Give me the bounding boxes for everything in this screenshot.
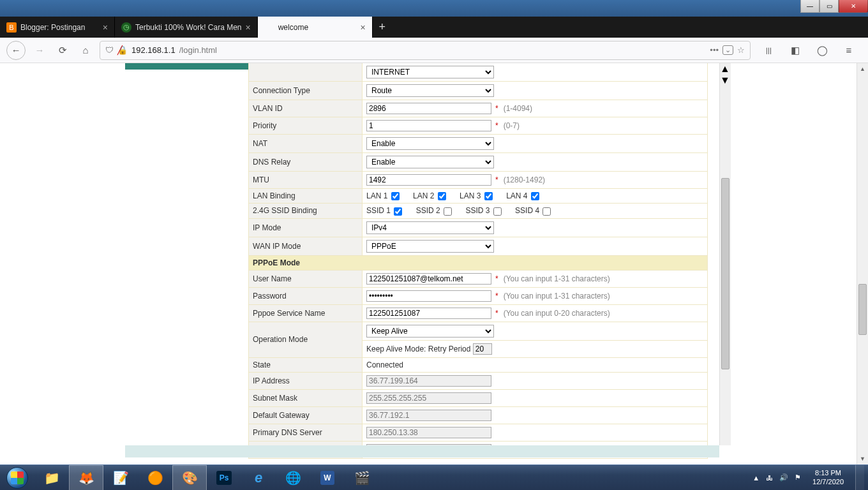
label-service-type <box>249 63 363 82</box>
bookmark-star-icon[interactable]: ☆ <box>737 45 745 55</box>
connection-type-select[interactable]: Route <box>366 84 494 97</box>
address-bar[interactable]: 🛡 🔒╱ 192.168.1.1/login.html ••• ⌄ ☆ <box>100 41 751 60</box>
close-icon[interactable]: × <box>246 22 251 33</box>
taskbar-ie-icon[interactable]: e <box>241 465 276 491</box>
label-wan-ip-mode: WAN IP Mode <box>249 237 363 255</box>
start-button[interactable] <box>0 465 34 491</box>
label-subnet-mask: Subnet Mask <box>249 389 363 406</box>
shield-icon: 🛡 <box>105 45 114 55</box>
tray-network-icon[interactable]: 🖧 <box>766 474 773 482</box>
tray-action-center-icon[interactable]: ⚑ <box>795 473 801 482</box>
site-icon: ◷ <box>121 22 131 33</box>
taskbar-paint-icon[interactable]: 🎨 <box>172 465 207 491</box>
label-password: Password <box>249 287 363 304</box>
tab-welcome[interactable]: welcome × <box>258 17 373 38</box>
reload-button[interactable]: ⟳ <box>54 41 71 59</box>
tray-date: 12/7/2020 <box>812 478 844 486</box>
scroll-down-icon[interactable]: ▼ <box>720 75 731 86</box>
home-button[interactable]: ⌂ <box>77 41 94 59</box>
page-scrollbar[interactable]: ▲ ▼ <box>857 63 868 464</box>
library-icon[interactable]: ⫼ <box>760 41 777 59</box>
tab-article[interactable]: ◷ Terbukti 100% Work! Cara Men × <box>115 17 258 38</box>
label-lan-binding: LAN Binding <box>249 189 363 204</box>
username-input[interactable] <box>366 273 491 285</box>
vlan-id-input[interactable] <box>366 103 491 114</box>
ssid3-label: SSID 3 <box>465 206 490 215</box>
scrollbar-thumb[interactable] <box>721 178 730 369</box>
inner-scrollbar[interactable]: ▲ ▼ <box>719 63 731 445</box>
pppoe-section-header: PPPoE Mode <box>249 255 708 270</box>
taskbar-explorer-icon[interactable]: 📁 <box>34 465 69 491</box>
taskbar-notepad-icon[interactable]: 📝 <box>103 465 138 491</box>
priority-input[interactable] <box>366 120 491 131</box>
blogger-icon: B <box>6 22 17 33</box>
window-minimize-button[interactable]: — <box>800 0 819 13</box>
lan1-checkbox[interactable] <box>391 192 400 200</box>
ssid4-label: SSID 4 <box>515 206 539 215</box>
tray-volume-icon[interactable]: 🔊 <box>779 473 788 482</box>
pppoe-service-name-input[interactable] <box>366 308 491 319</box>
account-icon[interactable]: ◯ <box>813 41 831 59</box>
tray-time: 8:13 PM <box>812 469 844 477</box>
lan4-checkbox[interactable] <box>531 192 539 200</box>
retry-period-input[interactable] <box>473 343 492 355</box>
page-icon <box>264 22 274 33</box>
scrollbar-thumb[interactable] <box>858 284 867 335</box>
scroll-up-icon[interactable]: ▲ <box>720 63 731 75</box>
ip-address-field <box>366 375 491 387</box>
tab-label: Terbukti 100% Work! Cara Men <box>135 23 242 32</box>
password-input[interactable] <box>366 290 491 302</box>
taskbar-movie-maker-icon[interactable]: 🎬 <box>345 465 379 491</box>
default-gateway-field <box>366 410 491 421</box>
scroll-up-icon[interactable]: ▲ <box>857 63 868 75</box>
tray-show-hidden-icon[interactable]: ▲ <box>752 474 760 482</box>
ssid4-checkbox[interactable] <box>542 207 551 216</box>
close-icon[interactable]: × <box>361 22 366 33</box>
ssid1-checkbox[interactable] <box>394 207 402 216</box>
label-username: User Name <box>249 270 363 287</box>
window-close-button[interactable]: ✕ <box>839 0 868 13</box>
ssid3-checkbox[interactable] <box>493 207 502 216</box>
label-priority: Priority <box>249 117 363 135</box>
label-state: State <box>249 357 363 372</box>
show-desktop-button[interactable] <box>855 465 864 491</box>
back-button[interactable]: ← <box>6 41 26 60</box>
windows-taskbar: 📁 🦊 📝 🟠 🎨 Ps e 🌐 W 🎬 ▲ 🖧 🔊 ⚑ 8:13 PM 12/… <box>0 464 868 490</box>
lan2-checkbox[interactable] <box>438 192 446 200</box>
taskbar-word-icon[interactable]: W <box>310 465 345 491</box>
taskbar-photoshop-icon[interactable]: Ps <box>207 465 241 491</box>
sidebar-icon[interactable]: ◧ <box>786 41 804 59</box>
nat-select[interactable]: Enable <box>366 137 494 150</box>
sidebar-settings-stub[interactable] <box>125 63 248 70</box>
taskbar-media-player-icon[interactable]: 🟠 <box>138 465 172 491</box>
lan1-label: LAN 1 <box>366 191 387 200</box>
dns-relay-select[interactable]: Enable <box>366 156 494 168</box>
tray-clock[interactable]: 8:13 PM 12/7/2020 <box>807 467 849 487</box>
taskbar-chrome-icon[interactable]: 🌐 <box>276 465 310 491</box>
service-type-select[interactable]: INTERNET <box>366 66 494 78</box>
ssid2-checkbox[interactable] <box>444 207 452 216</box>
label-nat: NAT <box>249 135 363 153</box>
insecure-lock-icon[interactable]: 🔒╱ <box>117 45 128 55</box>
windows-orb-icon <box>6 467 28 489</box>
wan-ip-mode-select[interactable]: PPPoE <box>366 240 494 253</box>
lan3-checkbox[interactable] <box>484 192 493 200</box>
retry-label: Keep Alive Mode: Retry Period <box>366 345 470 353</box>
scroll-down-icon[interactable]: ▼ <box>857 453 868 464</box>
pocket-icon[interactable]: ⌄ <box>722 45 733 55</box>
new-tab-button[interactable]: + <box>373 17 392 38</box>
tab-blogger[interactable]: B Blogger: Postingan × <box>0 17 115 38</box>
ip-mode-select[interactable]: IPv4 <box>366 221 494 234</box>
window-maximize-button[interactable]: ▭ <box>819 0 839 13</box>
hint-svc-name: (You can input 0-20 characters) <box>504 309 610 318</box>
page-actions-icon[interactable]: ••• <box>710 45 719 55</box>
window-titlebar: — ▭ ✕ <box>0 0 868 17</box>
taskbar-firefox-icon[interactable]: 🦊 <box>69 465 103 491</box>
label-vlan-id: VLAN ID <box>249 100 363 117</box>
operation-mode-select[interactable]: Keep Alive <box>366 325 494 338</box>
hamburger-menu-icon[interactable]: ≡ <box>840 41 858 59</box>
mtu-input[interactable] <box>366 174 491 186</box>
system-tray: ▲ 🖧 🔊 ⚑ 8:13 PM 12/7/2020 <box>752 465 868 491</box>
lan2-label: LAN 2 <box>413 191 434 200</box>
close-icon[interactable]: × <box>103 22 108 33</box>
